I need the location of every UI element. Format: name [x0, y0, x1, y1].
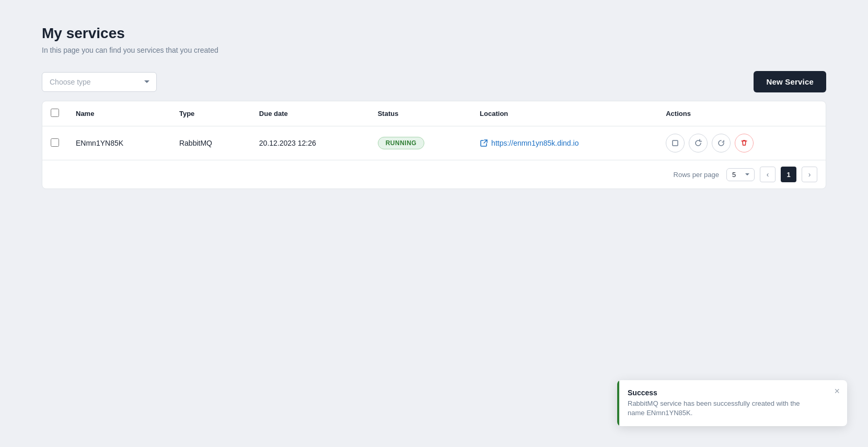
cell-due-date: 20.12.2023 12:26 — [251, 126, 369, 160]
pagination: Rows per page 5 10 25 50 ‹ 1 › — [42, 160, 826, 189]
stop-icon — [671, 139, 679, 147]
new-service-button[interactable]: New Service — [754, 71, 826, 92]
col-actions: Actions — [657, 101, 826, 126]
current-page: 1 — [781, 167, 796, 182]
toast-close-button[interactable]: × — [827, 380, 847, 402]
status-badge: RUNNING — [378, 137, 425, 149]
delete-button[interactable] — [735, 134, 754, 152]
refresh-button[interactable] — [689, 134, 708, 152]
choose-type-select[interactable]: Choose type RabbitMQ Redis PostgreSQL — [42, 72, 157, 92]
toast-message: RabbitMQ service has been successfully c… — [628, 399, 818, 418]
toast-content: Success RabbitMQ service has been succes… — [619, 380, 827, 426]
row-checkbox[interactable] — [51, 138, 59, 147]
col-location: Location — [471, 101, 657, 126]
next-page-button[interactable]: › — [802, 167, 817, 182]
col-name: Name — [67, 101, 171, 126]
page-title: My services — [42, 25, 826, 42]
restart-icon — [717, 139, 725, 147]
table-header-row: Name Type Due date Status Location Actio… — [42, 101, 826, 126]
svg-rect-0 — [673, 140, 678, 146]
col-status: Status — [369, 101, 471, 126]
prev-page-button[interactable]: ‹ — [760, 167, 776, 182]
cell-location: https://enmn1yn85k.dind.io — [471, 126, 657, 160]
page-subtitle: In this page you can find you services t… — [42, 46, 826, 54]
cell-status: RUNNING — [369, 126, 471, 160]
col-due-date: Due date — [251, 101, 369, 126]
rows-per-page-select[interactable]: 5 10 25 50 — [726, 168, 755, 181]
external-link-icon — [480, 139, 488, 147]
rows-per-page-label: Rows per page — [674, 171, 719, 179]
services-table: Name Type Due date Status Location Actio… — [42, 101, 826, 189]
cell-name: ENmn1YN85K — [67, 126, 171, 160]
trash-icon — [740, 139, 748, 147]
stop-button[interactable] — [666, 134, 685, 152]
restart-button[interactable] — [712, 134, 731, 152]
table-row: ENmn1YN85K RabbitMQ 20.12.2023 12:26 RUN… — [42, 126, 826, 160]
toolbar: Choose type RabbitMQ Redis PostgreSQL Ne… — [42, 71, 826, 92]
location-link[interactable]: https://enmn1yn85k.dind.io — [480, 139, 649, 147]
cell-type: RabbitMQ — [171, 126, 251, 160]
col-type: Type — [171, 101, 251, 126]
toast-title: Success — [628, 389, 818, 397]
select-all-checkbox[interactable] — [51, 109, 59, 117]
toast-notification: Success RabbitMQ service has been succes… — [617, 380, 847, 426]
cell-actions — [657, 126, 826, 160]
refresh-icon — [694, 139, 702, 147]
